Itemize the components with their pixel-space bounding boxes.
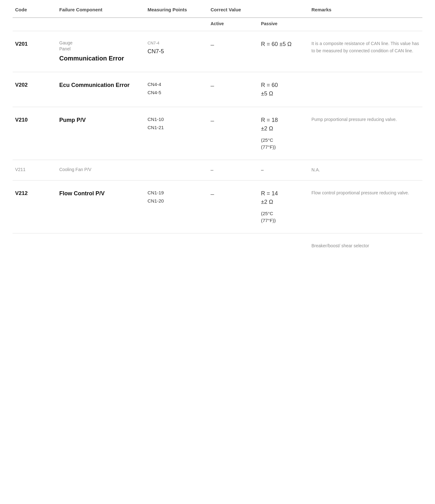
- component-sub-label: GaugePanel: [59, 40, 142, 52]
- table-row: V212 Flow Control P/V CN1-19 CN1-20 – R …: [13, 180, 422, 233]
- row-passive: –: [258, 165, 309, 175]
- row-measuring: CN1-19 CN1-20: [145, 188, 208, 206]
- row-measuring: [145, 165, 208, 168]
- row-remarks: N.A.: [309, 165, 422, 175]
- measuring-first: CN4-4: [148, 81, 206, 88]
- measuring-main: CN4-5: [148, 89, 206, 96]
- row-passive: R = 60 ±5 Ω: [258, 80, 309, 99]
- row-code: V212: [13, 188, 57, 199]
- table-header: Code Failure Component Measuring Points …: [13, 0, 422, 18]
- row-measuring: [145, 241, 208, 243]
- col-header-code: Code: [13, 5, 57, 15]
- row-remarks: Flow control proportional pressure reduc…: [309, 188, 422, 198]
- row-component: [57, 241, 145, 243]
- measuring-first: CN7-4: [148, 40, 206, 46]
- passive-value: R = 18: [261, 116, 306, 124]
- table-row: V202 Ecu Communication Error CN4-4 CN4-5…: [13, 72, 422, 107]
- component-main-label: Ecu Communication Error: [59, 81, 142, 89]
- passive-value: R = 60: [261, 81, 306, 89]
- table-row: V201 GaugePanel Communication Error CN7-…: [13, 31, 422, 72]
- row-code: V201: [13, 39, 57, 49]
- component-main-label: Communication Error: [59, 54, 142, 63]
- measuring-first: CN1-10: [148, 116, 206, 123]
- measuring-main: CN1-20: [148, 198, 206, 205]
- col-header-correct: Correct Value: [208, 5, 309, 15]
- passive-value: R = 14: [261, 189, 306, 198]
- col-subheader-passive: Passive: [258, 19, 309, 28]
- row-remarks: Breaker/boost/ shear selector: [309, 241, 422, 251]
- row-measuring: CN1-10 CN1-21: [145, 115, 208, 133]
- row-component: Flow Control P/V: [57, 188, 145, 199]
- col-subheader-active: Active: [208, 19, 258, 28]
- row-measuring: CN4-4 CN4-5: [145, 80, 208, 98]
- measuring-main: CN1-21: [148, 124, 206, 131]
- passive-value-2: ±2 Ω: [261, 124, 306, 133]
- passive-value-2: ±2 Ω: [261, 198, 306, 206]
- row-remarks: It is a composite resistance of CAN line…: [309, 39, 422, 56]
- passive-value: R = 60 ±5 Ω: [261, 41, 292, 47]
- measuring-main: CN7-5: [148, 47, 206, 56]
- row-passive: R = 14 ±2 Ω (25°C (77°F)): [258, 188, 309, 226]
- row-passive: R = 60 ±5 Ω: [258, 39, 309, 50]
- component-main-label: Cooling Fan P/V: [59, 166, 142, 173]
- row-active: –: [208, 39, 258, 51]
- row-active: –: [208, 165, 258, 175]
- row-active: –: [208, 80, 258, 92]
- table-sub-header: Active Passive: [13, 18, 422, 31]
- passive-note-2: (77°F)): [261, 217, 306, 224]
- row-code: V211: [13, 165, 57, 174]
- row-component: GaugePanel Communication Error: [57, 39, 145, 64]
- row-code: V202: [13, 80, 57, 90]
- row-remarks: Pump proportional pressure reducing valv…: [309, 115, 422, 125]
- row-component: Cooling Fan P/V: [57, 165, 145, 174]
- component-main-label: Pump P/V: [59, 116, 142, 124]
- measuring-first: CN1-19: [148, 189, 206, 197]
- passive-note-2: (77°F)): [261, 144, 306, 151]
- row-passive: [258, 241, 309, 243]
- row-remarks: [309, 80, 422, 82]
- row-measuring: CN7-4 CN7-5: [145, 39, 208, 57]
- passive-note: (25°C: [261, 210, 306, 217]
- row-active: –: [208, 115, 258, 127]
- row-component: Ecu Communication Error: [57, 80, 145, 91]
- col-header-failure: Failure Component: [57, 5, 145, 15]
- row-active: [208, 241, 258, 243]
- row-code: [13, 241, 57, 243]
- row-active: –: [208, 188, 258, 200]
- col-header-remarks: Remarks: [309, 5, 422, 15]
- table-row: Breaker/boost/ shear selector: [13, 233, 422, 259]
- component-main-label: Flow Control P/V: [59, 189, 142, 198]
- row-passive: R = 18 ±2 Ω (25°C (77°F)): [258, 115, 309, 152]
- row-component: Pump P/V: [57, 115, 145, 126]
- table-row: V211 Cooling Fan P/V – – N.A.: [13, 160, 422, 180]
- col-header-measuring: Measuring Points: [145, 5, 208, 15]
- passive-note: (25°C: [261, 137, 306, 144]
- table-row: V210 Pump P/V CN1-10 CN1-21 – R = 18 ±2 …: [13, 107, 422, 160]
- row-code: V210: [13, 115, 57, 125]
- main-table: Code Failure Component Measuring Points …: [0, 0, 435, 504]
- passive-value-2: ±5 Ω: [261, 89, 306, 98]
